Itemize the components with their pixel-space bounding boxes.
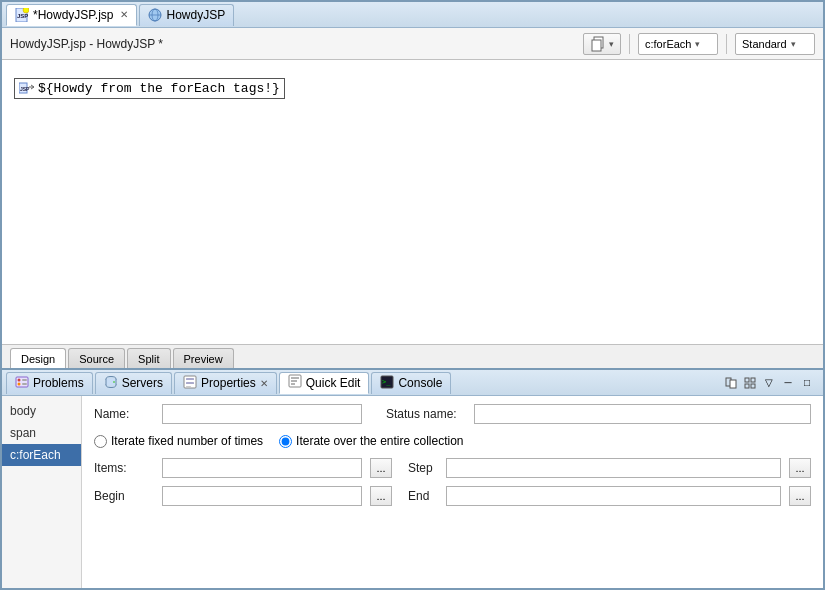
begin-end-row: Begin ... End ...	[94, 486, 811, 506]
foreach-element-icon: JSP	[19, 82, 35, 96]
svg-rect-14	[22, 383, 27, 385]
tab-preview[interactable]: Preview	[173, 348, 234, 368]
panel-minimize-button[interactable]: ─	[780, 375, 796, 391]
svg-rect-13	[22, 379, 27, 381]
svg-rect-36	[751, 384, 755, 388]
tab-split[interactable]: Split	[127, 348, 170, 368]
svg-text:JSP: JSP	[20, 86, 30, 92]
svg-rect-7	[592, 40, 601, 51]
tab-howdy-jsp-file[interactable]: JSP *HowdyJSP.jsp ✕	[6, 4, 137, 26]
tab-preview-label: Preview	[184, 353, 223, 365]
panel-tab-console-label: Console	[398, 376, 442, 390]
svg-text:JSP: JSP	[17, 13, 28, 19]
new-view-button[interactable]	[723, 375, 739, 391]
editor-title: HowdyJSP.jsp - HowdyJSP *	[10, 37, 577, 51]
svg-point-20	[113, 381, 115, 383]
svg-point-2	[23, 8, 29, 13]
copy-icon	[590, 36, 606, 52]
tab-design[interactable]: Design	[10, 348, 66, 368]
panel-tab-properties[interactable]: Properties ✕	[174, 372, 277, 394]
panel-maximize-button[interactable]: □	[799, 375, 815, 391]
svg-point-12	[18, 382, 21, 385]
name-label: Name:	[94, 407, 154, 421]
panel-sidebar: body span c:forEach	[2, 396, 82, 588]
end-label: End	[408, 489, 438, 503]
view-tabs: Design Source Split Preview	[2, 344, 823, 368]
panel-tab-problems-label: Problems	[33, 376, 84, 390]
servers-icon	[104, 375, 118, 392]
name-input[interactable]	[162, 404, 362, 424]
svg-rect-35	[745, 384, 749, 388]
standard-dropdown-arrow: ▾	[791, 39, 796, 49]
copy-dropdown-arrow: ▾	[609, 39, 614, 49]
bottom-panel: Problems Servers	[2, 368, 823, 588]
sidebar-item-cforeach[interactable]: c:forEach	[2, 444, 81, 466]
step-input[interactable]	[446, 458, 781, 478]
editor-area: JSP ${Howdy from the forEach tags!}	[2, 60, 823, 344]
foreach-dropdown-arrow: ▾	[695, 39, 700, 49]
grid-view-button[interactable]	[742, 375, 758, 391]
radio-fixed-text: Iterate fixed number of times	[111, 434, 263, 448]
items-label: Items:	[94, 461, 154, 475]
panel-tab-quick-edit[interactable]: Quick Edit	[279, 372, 370, 394]
status-name-label: Status name:	[386, 407, 466, 421]
end-input[interactable]	[446, 486, 781, 506]
tab-close-icon[interactable]: ✕	[120, 9, 128, 20]
panel-dropdown-button[interactable]: ▽	[761, 375, 777, 391]
items-browse-label: ...	[376, 462, 385, 474]
editor-content[interactable]: JSP ${Howdy from the forEach tags!}	[2, 60, 823, 344]
sidebar-item-cforeach-label: c:forEach	[10, 448, 61, 462]
panel-tab-bar: Problems Servers	[2, 370, 823, 396]
globe-icon	[148, 8, 162, 22]
panel-content: body span c:forEach Name: Status name:	[2, 396, 823, 588]
standard-dropdown-label: Standard	[742, 38, 787, 50]
begin-label: Begin	[94, 489, 154, 503]
tab-split-label: Split	[138, 353, 159, 365]
tab-source-label: Source	[79, 353, 114, 365]
jsp-file-icon: JSP	[15, 8, 29, 22]
radio-collection-label[interactable]: Iterate over the entire collection	[279, 434, 463, 448]
radio-fixed[interactable]	[94, 435, 107, 448]
end-browse-button[interactable]: ...	[789, 486, 811, 506]
panel-tab-quick-edit-label: Quick Edit	[306, 376, 361, 390]
panel-tab-servers-label: Servers	[122, 376, 163, 390]
svg-rect-10	[16, 377, 28, 387]
status-name-input[interactable]	[474, 404, 811, 424]
sidebar-item-body[interactable]: body	[2, 400, 81, 422]
begin-browse-button[interactable]: ...	[370, 486, 392, 506]
radio-fixed-label[interactable]: Iterate fixed number of times	[94, 434, 263, 448]
radio-row: Iterate fixed number of times Iterate ov…	[94, 434, 811, 448]
tab-howdy-jsp-file-label: *HowdyJSP.jsp	[33, 8, 113, 22]
tab-howdy-jsp-view-label: HowdyJSP	[166, 8, 225, 22]
begin-browse-label: ...	[376, 490, 385, 502]
toolbar-separator-2	[726, 34, 727, 54]
code-element-foreach[interactable]: JSP ${Howdy from the forEach tags!}	[14, 78, 285, 99]
step-browse-label: ...	[795, 462, 804, 474]
problems-icon	[15, 375, 29, 392]
panel-tab-servers[interactable]: Servers	[95, 372, 172, 394]
panel-tab-problems[interactable]: Problems	[6, 372, 93, 394]
svg-rect-32	[730, 380, 736, 388]
step-label: Step	[408, 461, 438, 475]
tab-design-label: Design	[21, 353, 55, 365]
radio-collection[interactable]	[279, 435, 292, 448]
standard-dropdown[interactable]: Standard ▾	[735, 33, 815, 55]
properties-form: Name: Status name: Iterate fixed number …	[82, 396, 823, 588]
panel-tab-properties-label: Properties	[201, 376, 256, 390]
properties-tab-close-icon[interactable]: ✕	[260, 378, 268, 389]
properties-icon	[183, 375, 197, 392]
tab-howdy-jsp-view[interactable]: HowdyJSP	[139, 4, 234, 26]
svg-rect-22	[186, 378, 194, 380]
svg-rect-33	[745, 378, 749, 382]
panel-tab-console[interactable]: >_ Console	[371, 372, 451, 394]
copy-button[interactable]: ▾	[583, 33, 621, 55]
foreach-dropdown[interactable]: c:forEach ▾	[638, 33, 718, 55]
name-status-row: Name: Status name:	[94, 404, 811, 424]
tab-source[interactable]: Source	[68, 348, 125, 368]
code-text: ${Howdy from the forEach tags!}	[38, 81, 280, 96]
begin-input[interactable]	[162, 486, 362, 506]
sidebar-item-span[interactable]: span	[2, 422, 81, 444]
items-browse-button[interactable]: ...	[370, 458, 392, 478]
step-browse-button[interactable]: ...	[789, 458, 811, 478]
items-input[interactable]	[162, 458, 362, 478]
